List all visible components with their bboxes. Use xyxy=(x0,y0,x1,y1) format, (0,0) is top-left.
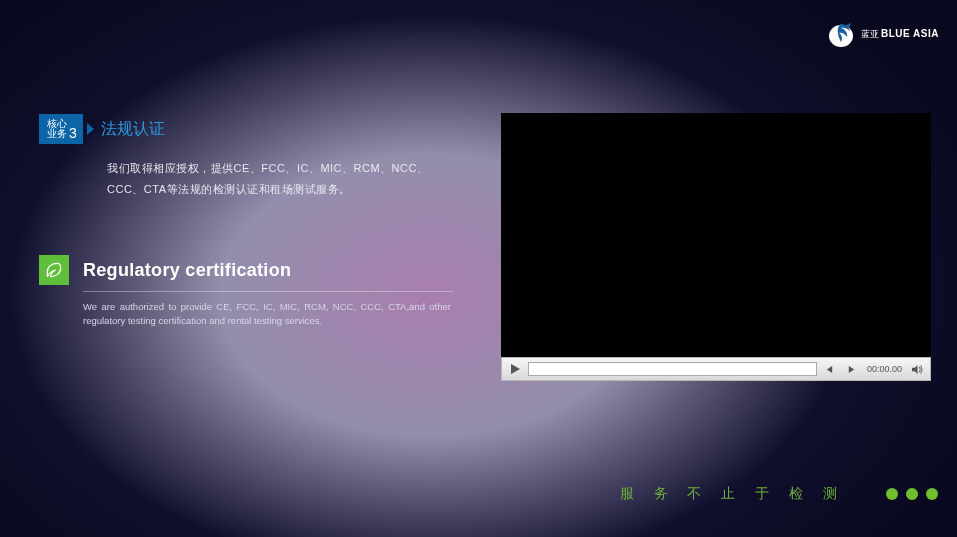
divider xyxy=(83,291,453,292)
logo-cn: 蓝亚 xyxy=(861,28,879,41)
section-badge: 核心 业务 3 xyxy=(39,114,83,144)
svg-marker-5 xyxy=(912,364,918,373)
play-button[interactable] xyxy=(506,360,524,378)
progress-bar[interactable] xyxy=(528,362,817,376)
brand-logo: 蓝亚 BLUE ASIA xyxy=(827,20,939,48)
video-controls: 00:00.00 xyxy=(501,357,931,381)
video-player: 00:00.00 xyxy=(501,113,931,381)
logo-text: 蓝亚 BLUE ASIA xyxy=(861,28,939,41)
dot-3[interactable] xyxy=(926,488,938,500)
leaf-icon xyxy=(39,255,69,285)
badge-number: 3 xyxy=(69,125,77,142)
footer-slogan: 服 务 不 止 于 检 测 xyxy=(620,485,845,503)
next-button[interactable] xyxy=(843,360,861,378)
chinese-header: 核心 业务 3 法规认证 xyxy=(39,114,469,144)
video-time: 00:00.00 xyxy=(865,364,904,374)
logo-icon xyxy=(827,20,855,48)
chinese-title: 法规认证 xyxy=(91,114,165,144)
logo-en: BLUE ASIA xyxy=(881,28,939,39)
video-screen[interactable] xyxy=(501,113,931,357)
pagination-dots xyxy=(886,488,938,500)
svg-marker-2 xyxy=(511,364,520,374)
dot-2[interactable] xyxy=(906,488,918,500)
dot-1[interactable] xyxy=(886,488,898,500)
english-header: Regulatory certification xyxy=(39,255,459,285)
svg-marker-3 xyxy=(827,365,832,372)
english-title: Regulatory certification xyxy=(83,260,291,281)
svg-marker-4 xyxy=(849,365,854,372)
prev-button[interactable] xyxy=(821,360,839,378)
badge-label: 核心 业务 xyxy=(47,119,67,140)
chinese-section: 核心 业务 3 法规认证 我们取得相应授权，提供CE、FCC、IC、MIC、RC… xyxy=(39,114,469,200)
volume-button[interactable] xyxy=(908,360,926,378)
english-description: We are authorized to provide CE, FCC, IC… xyxy=(83,300,451,329)
chinese-description: 我们取得相应授权，提供CE、FCC、IC、MIC、RCM、NCC、CCC、CTA… xyxy=(107,158,447,200)
english-section: Regulatory certification We are authoriz… xyxy=(39,255,459,329)
